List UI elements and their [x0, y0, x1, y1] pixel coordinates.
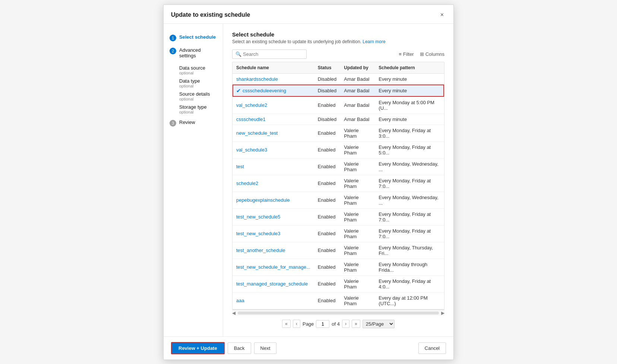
main-content: Select schedule Select an existing sched…	[223, 24, 453, 336]
sidebar-item-data-type[interactable]: Data type optional	[179, 77, 217, 90]
table-row[interactable]: test_new_schedule_for_manage...EnabledVa…	[232, 259, 444, 275]
schedule-name-link[interactable]: cssscheudle1	[236, 116, 266, 122]
table-row[interactable]: val_schedule3EnabledValerie PhamEvery Mo…	[232, 141, 444, 158]
columns-button[interactable]: ⊞ Columns	[420, 51, 444, 57]
schedule-name-link[interactable]: test_new_schedule5	[236, 214, 281, 220]
schedule-name-cell: test_managed_storage_schedule	[232, 275, 314, 292]
close-button[interactable]: ×	[438, 11, 446, 19]
status-cell: Disabled	[314, 84, 341, 97]
updated-by-cell: Amar Badal	[340, 73, 375, 84]
step2-number: 2	[170, 48, 176, 54]
sidebar-item-advanced-settings[interactable]: 2 Advanced settings	[164, 44, 223, 61]
schedule-pattern-cell: Every minute	[375, 84, 444, 97]
status-cell: Enabled	[314, 97, 341, 114]
updated-by-cell: Valerie Pham	[340, 242, 375, 259]
schedule-name-cell: test	[232, 158, 314, 175]
schedule-name-link[interactable]: cssscheduleevening	[243, 88, 286, 93]
col-header-schedule-pattern: Schedule pattern	[375, 62, 444, 74]
prev-page-button[interactable]: ‹	[293, 320, 300, 328]
status-cell: Enabled	[314, 275, 341, 292]
next-button[interactable]: Next	[254, 342, 277, 354]
section-title: Select schedule	[232, 31, 444, 38]
schedule-name-cell: shankardsschedule	[232, 73, 314, 84]
schedule-name-cell: test_new_schedule5	[232, 208, 314, 225]
schedule-pattern-cell: Every Monday at 5:00 PM (U...	[375, 97, 444, 114]
first-page-button[interactable]: «	[282, 320, 291, 328]
next-page-button[interactable]: ›	[342, 320, 349, 328]
search-icon: 🔍	[235, 51, 241, 57]
per-page-select[interactable]: 25/Page 50/Page 100/Page	[363, 320, 395, 328]
status-cell: Enabled	[314, 242, 341, 259]
section-desc: Select an existing schedule to update it…	[232, 39, 444, 44]
status-cell: Enabled	[314, 208, 341, 225]
schedule-name-link[interactable]: test_managed_storage_schedule	[236, 281, 308, 287]
back-button[interactable]: Back	[228, 342, 251, 354]
status-cell: Disabled	[314, 73, 341, 84]
schedule-name-cell: cssscheudle1	[232, 114, 314, 125]
col-header-schedule-name: Schedule name	[232, 62, 314, 74]
updated-by-cell: Valerie Pham	[340, 192, 375, 208]
schedule-name-link[interactable]: new_schedule_test	[236, 130, 278, 136]
horizontal-scrollbar[interactable]: ◀ ▶	[232, 310, 444, 316]
search-input[interactable]	[243, 51, 303, 57]
table-row[interactable]: shankardsscheduleDisabledAmar BadalEvery…	[232, 73, 444, 84]
updated-by-cell: Valerie Pham	[340, 259, 375, 275]
table-header-row: Schedule name Status Updated by Schedule…	[232, 62, 444, 74]
schedule-pattern-cell: Every Monday, Friday at 7:0...	[375, 225, 444, 242]
table-row[interactable]: aaaEnabledValerie PhamEvery day at 12:00…	[232, 292, 444, 309]
scroll-right-arrow[interactable]: ▶	[441, 310, 444, 316]
selected-check-icon: ✔	[236, 87, 241, 94]
status-cell: Enabled	[314, 292, 341, 309]
scroll-left-arrow[interactable]: ◀	[232, 310, 235, 316]
col-header-updated-by: Updated by	[340, 62, 375, 74]
schedule-pattern-cell: Every Monday, Wednesday, ...	[375, 192, 444, 208]
sidebar-item-storage-type[interactable]: Storage type optional	[179, 103, 217, 116]
schedule-name-link[interactable]: aaa	[236, 298, 244, 303]
sidebar-item-select-schedule[interactable]: 1 Select schedule	[164, 31, 223, 44]
schedule-pattern-cell: Every Monday, Friday at 5:0...	[375, 141, 444, 158]
schedule-name-link[interactable]: val_schedule2	[236, 102, 267, 108]
schedule-name-link[interactable]: pepebugexplainschedule	[236, 197, 290, 203]
schedule-name-link[interactable]: test	[236, 164, 244, 169]
schedule-pattern-cell: Every Monday, Friday at 3:0...	[375, 125, 444, 141]
table-row[interactable]: test_new_schedule5EnabledValerie PhamEve…	[232, 208, 444, 225]
updated-by-cell: Valerie Pham	[340, 292, 375, 309]
step2-label: Advanced settings	[179, 47, 217, 58]
schedule-name-link[interactable]: test_another_schedule	[236, 248, 285, 253]
table-wrapper: Schedule name Status Updated by Schedule…	[232, 62, 444, 331]
table-row[interactable]: ✔cssscheduleeveningDisabledAmar BadalEve…	[232, 84, 444, 97]
learn-more-link[interactable]: Learn more	[363, 39, 385, 44]
columns-icon: ⊞	[420, 51, 424, 57]
table-row[interactable]: schedule2EnabledValerie PhamEvery Monday…	[232, 175, 444, 192]
schedule-name-cell: val_schedule2	[232, 97, 314, 114]
sidebar-item-source-details[interactable]: Source details optional	[179, 90, 217, 103]
search-box[interactable]: 🔍	[232, 50, 307, 59]
schedule-name-link[interactable]: shankardsschedule	[236, 76, 278, 82]
status-cell: Enabled	[314, 141, 341, 158]
filter-button[interactable]: ≡ Filter	[399, 51, 414, 57]
last-page-button[interactable]: »	[352, 320, 360, 328]
schedule-name-link[interactable]: schedule2	[236, 181, 258, 186]
sidebar-item-data-source[interactable]: Data source optional	[179, 64, 217, 77]
schedule-name-link[interactable]: val_schedule3	[236, 147, 267, 153]
table-row[interactable]: test_managed_storage_scheduleEnabledVale…	[232, 275, 444, 292]
schedule-name-link[interactable]: test_new_schedule_for_manage...	[236, 264, 310, 270]
table-row[interactable]: test_another_scheduleEnabledValerie Pham…	[232, 242, 444, 259]
table-row[interactable]: new_schedule_testEnabledValerie PhamEver…	[232, 125, 444, 141]
schedule-pattern-cell: Every Monday through Frida...	[375, 259, 444, 275]
page-number-input[interactable]	[316, 320, 329, 328]
table-row[interactable]: cssscheudle1DisabledAmar BadalEvery minu…	[232, 114, 444, 125]
updated-by-cell: Valerie Pham	[340, 158, 375, 175]
status-cell: Enabled	[314, 125, 341, 141]
sidebar-item-review[interactable]: 3 Review	[164, 116, 223, 130]
review-update-button[interactable]: Review + Update	[171, 342, 225, 354]
schedule-name-link[interactable]: test_new_schedule3	[236, 231, 281, 236]
pagination: « ‹ Page of 4 › » 25/Page 50/Page 100/Pa…	[232, 316, 444, 331]
table-row[interactable]: test_new_schedule3EnabledValerie PhamEve…	[232, 225, 444, 242]
schedule-pattern-cell: Every minute	[375, 73, 444, 84]
page-of-label: of 4	[332, 321, 340, 327]
table-row[interactable]: val_schedule2EnabledAmar BadalEvery Mond…	[232, 97, 444, 114]
table-row[interactable]: testEnabledValerie PhamEvery Monday, Wed…	[232, 158, 444, 175]
cancel-button[interactable]: Cancel	[418, 342, 446, 354]
table-row[interactable]: pepebugexplainscheduleEnabledValerie Pha…	[232, 192, 444, 208]
